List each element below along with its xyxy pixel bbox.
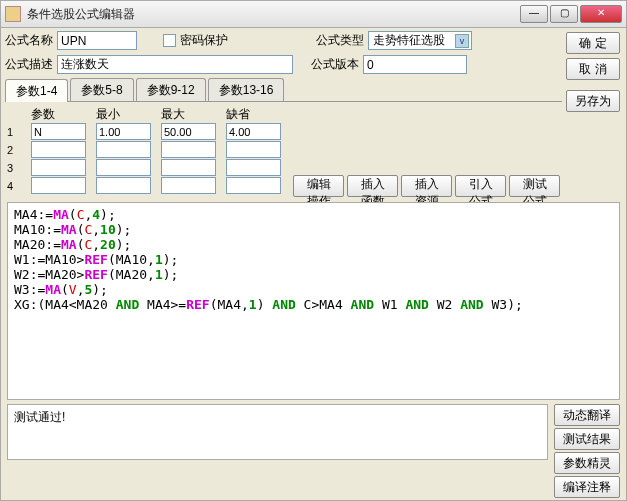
tab-params-1-4[interactable]: 参数1-4	[5, 79, 68, 102]
app-icon	[5, 6, 21, 22]
pwd-label: 密码保护	[180, 32, 228, 49]
insert-fn-button[interactable]: 插入函数	[347, 175, 398, 197]
type-select[interactable]: 走势特征选股 v	[368, 31, 472, 50]
param-max-input[interactable]	[161, 123, 216, 140]
test-formula-button[interactable]: 测试公式	[509, 175, 560, 197]
desc-label: 公式描述	[5, 56, 53, 73]
param-name-input[interactable]	[31, 159, 86, 176]
col-def: 缺省	[226, 106, 281, 121]
param-name-input[interactable]	[31, 123, 86, 140]
desc-input[interactable]	[57, 55, 293, 74]
row-idx: 4	[7, 178, 21, 195]
param-def-input[interactable]	[226, 141, 281, 158]
test-result-button[interactable]: 测试结果	[554, 428, 620, 450]
param-min-input[interactable]	[96, 141, 151, 158]
param-max-input[interactable]	[161, 141, 216, 158]
param-tabs: 参数1-4 参数5-8 参数9-12 参数13-16	[5, 78, 562, 102]
col-min: 最小	[96, 106, 151, 121]
param-wizard-button[interactable]: 参数精灵	[554, 452, 620, 474]
row-idx: 1	[7, 124, 21, 141]
window-title: 条件选股公式编辑器	[27, 6, 520, 23]
minimize-button[interactable]: —	[520, 5, 548, 23]
param-max-input[interactable]	[161, 177, 216, 194]
param-def-input[interactable]	[226, 123, 281, 140]
col-name: 参数	[31, 106, 86, 121]
param-def-input[interactable]	[226, 177, 281, 194]
param-min-input[interactable]	[96, 123, 151, 140]
row-idx: 3	[7, 160, 21, 177]
type-value: 走势特征选股	[373, 32, 445, 49]
edit-op-button[interactable]: 编辑操作	[293, 175, 344, 197]
ver-input[interactable]	[363, 55, 467, 74]
maximize-button[interactable]: ▢	[550, 5, 578, 23]
name-input[interactable]	[57, 31, 137, 50]
ok-button[interactable]: 确 定	[566, 32, 620, 54]
tab-params-5-8[interactable]: 参数5-8	[70, 78, 133, 101]
name-label: 公式名称	[5, 32, 53, 49]
param-def-input[interactable]	[226, 159, 281, 176]
compile-comment-button[interactable]: 编译注释	[554, 476, 620, 498]
chevron-down-icon: v	[455, 34, 469, 48]
tab-params-13-16[interactable]: 参数13-16	[208, 78, 285, 101]
param-name-input[interactable]	[31, 177, 86, 194]
col-max: 最大	[161, 106, 216, 121]
status-area: 测试通过!	[7, 404, 548, 460]
type-label: 公式类型	[316, 32, 364, 49]
insert-res-button[interactable]: 插入资源	[401, 175, 452, 197]
param-min-input[interactable]	[96, 159, 151, 176]
password-checkbox[interactable]	[163, 34, 176, 47]
param-min-input[interactable]	[96, 177, 151, 194]
code-editor[interactable]: MA4:=MA(C,4); MA10:=MA(C,10); MA20:=MA(C…	[7, 202, 620, 400]
tab-params-9-12[interactable]: 参数9-12	[136, 78, 206, 101]
dynamic-translate-button[interactable]: 动态翻译	[554, 404, 620, 426]
titlebar: 条件选股公式编辑器 — ▢ ✕	[0, 0, 627, 28]
param-name-input[interactable]	[31, 141, 86, 158]
import-formula-button[interactable]: 引入公式	[455, 175, 506, 197]
cancel-button[interactable]: 取 消	[566, 58, 620, 80]
param-max-input[interactable]	[161, 159, 216, 176]
ver-label: 公式版本	[311, 56, 359, 73]
saveas-button[interactable]: 另存为	[566, 90, 620, 112]
row-idx: 2	[7, 142, 21, 159]
close-button[interactable]: ✕	[580, 5, 622, 23]
